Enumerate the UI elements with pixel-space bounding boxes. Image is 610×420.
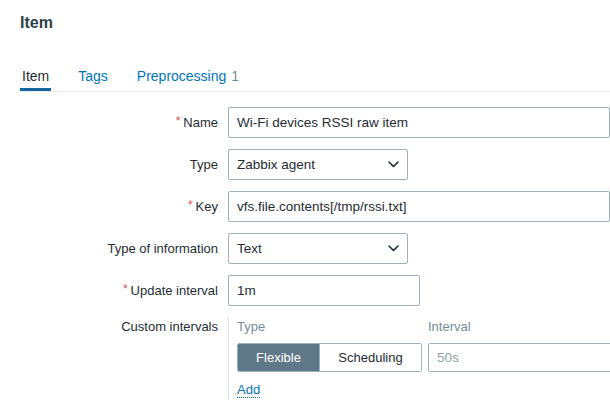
add-custom-interval-link[interactable]: Add — [237, 382, 260, 398]
tab-preprocessing[interactable]: Preprocessing1 — [135, 60, 241, 91]
tab-item-label: Item — [22, 68, 49, 84]
chevron-down-icon — [388, 245, 399, 252]
required-asterisk: * — [188, 198, 193, 212]
custom-intervals-row: Flexible Scheduling — [237, 343, 610, 372]
column-header-type: Type — [237, 319, 422, 334]
scheduling-button[interactable]: Scheduling — [319, 344, 421, 371]
tab-preprocessing-label: Preprocessing — [137, 68, 227, 84]
tab-item[interactable]: Item — [20, 60, 51, 91]
required-asterisk: * — [123, 282, 128, 296]
type-select-value: Zabbix agent — [237, 157, 315, 172]
form-row-name: *Name — [0, 107, 610, 138]
form-row-type-of-information: Type of information Text — [0, 233, 610, 264]
type-of-information-label: Type of information — [0, 241, 218, 257]
flexible-button[interactable]: Flexible — [238, 344, 319, 371]
form-row-update-interval: *Update interval — [0, 275, 610, 306]
item-form: *Name Type Zabbix agent *Key Type of inf… — [0, 107, 610, 400]
tab-tags[interactable]: Tags — [76, 60, 110, 91]
form-row-custom-intervals: Custom intervals Type Interval Flexible … — [0, 317, 610, 400]
update-interval-label: *Update interval — [0, 283, 218, 299]
custom-intervals-block: Type Interval Flexible Scheduling Add — [228, 317, 610, 400]
page-title: Item — [0, 0, 610, 32]
custom-intervals-label: Custom intervals — [0, 317, 218, 335]
name-label: *Name — [0, 115, 218, 131]
type-label: Type — [0, 157, 218, 173]
tab-tags-label: Tags — [78, 68, 108, 84]
tab-bar: Item Tags Preprocessing1 — [20, 60, 610, 92]
preprocessing-count-badge: 1 — [231, 68, 239, 84]
type-of-information-select-value: Text — [237, 241, 262, 256]
form-row-key: *Key — [0, 191, 610, 222]
chevron-down-icon — [388, 161, 399, 168]
type-select[interactable]: Zabbix agent — [228, 149, 408, 180]
interval-type-segmented-control: Flexible Scheduling — [237, 343, 422, 372]
key-label: *Key — [0, 199, 218, 215]
column-header-interval: Interval — [428, 319, 610, 334]
name-input[interactable] — [228, 107, 610, 138]
item-form-window: Item Item Tags Preprocessing1 *Name Type… — [0, 0, 610, 420]
custom-intervals-header-row: Type Interval — [237, 319, 610, 343]
custom-interval-input[interactable] — [428, 343, 610, 372]
required-asterisk: * — [176, 114, 181, 128]
form-row-type: Type Zabbix agent — [0, 149, 610, 180]
key-input[interactable] — [228, 191, 610, 222]
update-interval-input[interactable] — [228, 275, 420, 306]
type-of-information-select[interactable]: Text — [228, 233, 408, 264]
